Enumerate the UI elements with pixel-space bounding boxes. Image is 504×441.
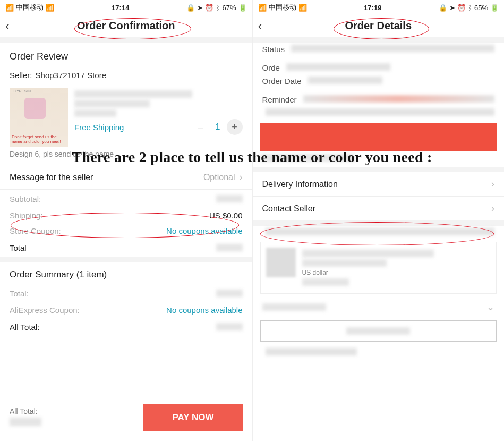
seller-label: Seller: [10, 71, 32, 80]
product-price-redacted [74, 109, 116, 117]
expand-row[interactable]: ⌄ [253, 298, 505, 316]
product-row[interactable]: JOYRESIDE Don't forget send us the name … [0, 82, 252, 147]
product-thumbnail: JOYRESIDE Don't forget send us the name … [10, 88, 68, 147]
shipping-row: Shipping: US $0.00 [0, 208, 252, 223]
total-value-redacted [216, 244, 243, 251]
product-title-redacted [74, 90, 192, 98]
lock-icon: 🔒 [439, 4, 447, 12]
chevron-right-icon: › [491, 179, 494, 190]
page-title: Order Details [258, 20, 499, 32]
location-icon: ➤ [197, 4, 203, 12]
summary-total-row: Total: [0, 284, 252, 302]
bluetooth-icon: ᛒ [216, 4, 220, 12]
currency-note: US dollar [302, 269, 491, 276]
contact-seller-row[interactable]: Contact Seller › [253, 197, 505, 220]
wifi-icon: 📶 [298, 4, 307, 12]
status-time: 17:19 [364, 4, 381, 12]
alarm-icon: ⏰ [457, 4, 466, 12]
pay-bar: All Total: PAY NOW [0, 398, 252, 440]
battery-label: 67% [222, 4, 236, 12]
seller-row[interactable]: Seller: Shop3721017 Store [0, 66, 252, 82]
status-bar: 📶 中国移动 📶 17:19 🔒 ➤ ⏰ ᛒ 65% 🔋 [253, 0, 505, 15]
page-title: Order Confirmation [5, 20, 247, 32]
red-banner [260, 123, 497, 151]
chevron-right-icon: › [491, 203, 494, 214]
no-coupons-link: No coupons available [166, 226, 242, 235]
order-row: Orde [253, 61, 505, 74]
pay-total-value-redacted [10, 418, 41, 426]
quantity-stepper: – 1 + [193, 119, 242, 135]
ali-coupon-row[interactable]: AliExpress Coupon: No coupons available [0, 302, 252, 318]
status-row: Status [253, 43, 505, 56]
signal-icon: 📶 [258, 4, 267, 12]
outline-button[interactable] [260, 320, 497, 342]
battery-icon: 🔋 [490, 4, 499, 12]
chevron-right-icon: › [240, 172, 243, 183]
subtotal-value-redacted [216, 195, 243, 202]
order-review-title: Order Review [0, 43, 252, 66]
bluetooth-icon: ᛒ [468, 4, 472, 12]
order-details-screen: 📶 中国移动 📶 17:19 🔒 ➤ ⏰ ᛒ 65% 🔋 ‹ Order Det… [252, 0, 505, 441]
variant-note: Design 6, pls send us the name [0, 147, 252, 165]
qty-plus-button[interactable]: + [227, 119, 243, 135]
order-summary-title: Order Summary (1 item) [0, 262, 252, 284]
qty-minus-button[interactable]: – [193, 119, 209, 135]
order-date-row: Order Date [253, 74, 505, 88]
status-bar: 📶 中国移动 📶 17:14 🔒 ➤ ⏰ ᛒ 67% 🔋 [0, 0, 252, 15]
nav-header: ‹ Order Details [253, 15, 505, 37]
optional-label: Optional [203, 173, 235, 182]
store-coupon-row[interactable]: Store Coupon: No coupons available [0, 223, 252, 239]
shipping-value: US $0.00 [209, 211, 243, 220]
product-subtitle-redacted [74, 100, 150, 107]
thumb-note: Don't forget send us the name and color … [12, 135, 66, 145]
carrier-label: 中国移动 [16, 3, 44, 12]
shipping-link[interactable]: Free Shipping [74, 123, 124, 132]
pay-all-total-label: All Total: [10, 407, 41, 415]
signal-icon: 📶 [5, 4, 14, 12]
status-time: 17:14 [112, 4, 129, 12]
subtotal-row: Subtotal: [0, 190, 252, 208]
lock-icon: 🔒 [186, 4, 195, 12]
total-row: Total [0, 239, 252, 257]
message-seller-label: Message for the seller [10, 173, 93, 182]
chevron-down-icon: ⌄ [486, 301, 494, 313]
product-card[interactable]: US dollar [260, 242, 497, 294]
carrier-label: 中国移动 [269, 3, 296, 12]
thumb-brand: JOYRESIDE [12, 89, 33, 94]
all-total-row: All Total: [0, 318, 252, 336]
seller-name: Shop3721017 Store [36, 71, 106, 80]
battery-icon: 🔋 [238, 4, 247, 12]
pay-now-button[interactable]: PAY NOW [143, 404, 242, 431]
product-thumbnail [266, 248, 296, 277]
wifi-icon: 📶 [46, 4, 54, 12]
nav-header: ‹ Order Confirmation [0, 15, 252, 37]
location-icon: ➤ [449, 4, 455, 12]
alarm-icon: ⏰ [205, 4, 213, 12]
reminder-row: Reminder [253, 93, 505, 106]
delivery-info-row[interactable]: Delivery Information › [253, 172, 505, 196]
order-confirmation-screen: 📶 中国移动 📶 17:14 🔒 ➤ ⏰ ᛒ 67% 🔋 ‹ Order Con… [0, 0, 252, 441]
message-seller-row[interactable]: Message for the seller Optional › [0, 165, 252, 189]
qty-value: 1 [215, 122, 220, 132]
battery-label: 65% [474, 4, 488, 12]
